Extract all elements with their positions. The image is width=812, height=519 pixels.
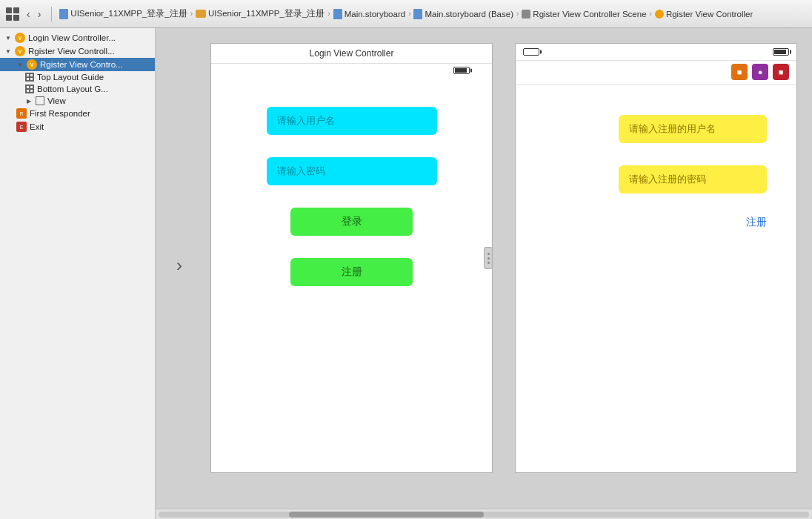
breadcrumb-sep-2: › (408, 10, 410, 18)
battery-icon-placeholder (523, 48, 539, 56)
breadcrumb: UISenior_11XMPP_登录_注册 › UISenior_11XMPP_… (59, 8, 806, 19)
scrollbar-track[interactable] (159, 512, 809, 518)
register-link[interactable]: 注册 (746, 216, 767, 229)
responder-icon: R (16, 108, 27, 119)
toolbar: ‹ › UISenior_11XMPP_登录_注册 › UISenior_11X… (0, 0, 812, 28)
scene-icon (522, 10, 530, 19)
sidebar-label-login-vc: Login View Controller... (28, 33, 116, 42)
login-button[interactable]: 登录 (290, 208, 413, 236)
password-field[interactable]: 请输入密码 (267, 157, 437, 185)
vc-icon (655, 10, 664, 19)
vc-icon-rgister-inner: V (27, 59, 37, 70)
breadcrumb-item-0[interactable]: UISenior_11XMPP_登录_注册 (59, 8, 187, 19)
grid-icon[interactable] (6, 7, 19, 21)
doc-icon-3 (413, 9, 422, 19)
dock-handle (484, 247, 493, 269)
vc-icon-login: V (15, 33, 25, 43)
scene2-icons-bar: ■ ● ■ (516, 61, 796, 85)
breadcrumb-item-4[interactable]: Rgister View Controller Scene (522, 10, 646, 19)
breadcrumb-sep-1: › (327, 10, 330, 18)
exit-icon: E (16, 122, 27, 132)
purple-tool-btn[interactable]: ● (752, 64, 768, 80)
breadcrumb-label-3: Main.storyboard (Base) (425, 10, 513, 19)
sidebar-item-login-vc[interactable]: ▼ V Login View Controller... (0, 31, 155, 44)
scrollbar-thumb[interactable] (289, 512, 484, 518)
scene-rgister-vc: ■ ● ■ 请输入注册的用户名 请输入注册的密码 注册 (515, 43, 797, 473)
dock-dot-2 (487, 257, 490, 260)
folder-icon (196, 10, 206, 18)
toggle-view[interactable]: ▶ (25, 97, 33, 105)
breadcrumb-label-4: Rgister View Controller Scene (533, 10, 646, 19)
doc-icon-2 (333, 9, 342, 19)
toggle-rgister[interactable]: ▼ (4, 47, 12, 55)
breadcrumb-item-3[interactable]: Main.storyboard (Base) (413, 9, 513, 19)
breadcrumb-sep-0: › (190, 10, 193, 18)
scene2-toolbar (516, 44, 796, 61)
breadcrumb-sep-4: › (650, 10, 652, 18)
sidebar-label-first-responder: First Responder (30, 109, 90, 118)
orange-tool-btn[interactable]: ■ (731, 64, 748, 80)
sidebar-item-exit[interactable]: E Exit (0, 120, 155, 133)
breadcrumb-label-0: UISenior_11XMPP_登录_注册 (70, 8, 187, 19)
main-layout: ▼ V Login View Controller... ▼ V Rgister… (0, 28, 812, 519)
breadcrumb-item-2[interactable]: Main.storyboard (333, 9, 405, 19)
nav-forward-button[interactable]: › (35, 7, 44, 22)
sidebar-item-rgister-vc[interactable]: ▼ V Rgister View Controll... (0, 44, 155, 58)
sidebar-item-bottom-layout[interactable]: Bottom Layout G... (0, 83, 155, 95)
view-icon (36, 96, 44, 105)
table-icon-top (25, 73, 34, 82)
entry-arrow: › (170, 80, 188, 451)
separator-1 (51, 7, 52, 22)
canvas-area: › Login View Controller 请输入用户名 请输入密码 登录 … (156, 28, 812, 509)
nav-back-button[interactable]: ‹ (24, 7, 33, 22)
scene1-title: Login View Controller (211, 44, 492, 64)
sidebar-section-1: ▼ V Login View Controller... ▼ V Rgister… (0, 28, 155, 136)
sidebar-label-exit: Exit (30, 122, 44, 131)
status-bar-1 (226, 64, 477, 77)
battery-icon-1 (453, 67, 470, 74)
breadcrumb-label-2: Main.storyboard (345, 10, 405, 19)
breadcrumb-label-1: UISenior_11XMPP_登录_注册 (208, 8, 325, 19)
breadcrumb-item-1[interactable]: UISenior_11XMPP_登录_注册 (196, 8, 325, 19)
scene1-content: 请输入用户名 请输入密码 登录 注册 (226, 77, 477, 286)
table-icon-bottom (25, 85, 34, 93)
breadcrumb-label-5: Rgister View Controller (666, 10, 753, 19)
sidebar-label-bottom-layout: Bottom Layout G... (37, 85, 108, 93)
scene2-content: 请输入注册的用户名 请输入注册的密码 注册 (516, 85, 796, 259)
dock-dot-3 (487, 262, 490, 264)
reg-username-field[interactable]: 请输入注册的用户名 (619, 115, 767, 143)
breadcrumb-sep-3: › (516, 10, 519, 18)
red-tool-btn[interactable]: ■ (773, 64, 789, 80)
breadcrumb-item-5[interactable]: Rgister View Controller (655, 10, 753, 19)
sidebar-item-first-responder[interactable]: R First Responder (0, 107, 155, 120)
reg-password-field[interactable]: 请输入注册的密码 (619, 165, 767, 194)
canvas-wrapper: › Login View Controller 请输入用户名 请输入密码 登录 … (156, 28, 812, 519)
toggle-login[interactable]: ▼ (4, 34, 12, 42)
sidebar: ▼ V Login View Controller... ▼ V Rgister… (0, 28, 156, 519)
battery-icon-2 (773, 48, 789, 56)
toggle-rgister-inner[interactable]: ▼ (16, 61, 24, 68)
sidebar-label-rgister-vc: Rgister View Controll... (28, 47, 115, 56)
nav-buttons: ‹ › (24, 7, 44, 22)
sidebar-label-top-layout: Top Layout Guide (37, 73, 104, 82)
register-button[interactable]: 注册 (290, 258, 413, 286)
sidebar-item-top-layout[interactable]: Top Layout Guide (0, 71, 155, 83)
dock-dot-1 (487, 253, 490, 255)
sidebar-item-rgister-vc-inner[interactable]: ▼ V Rgister View Contro... (0, 58, 155, 71)
sidebar-item-view[interactable]: ▶ View (0, 95, 155, 107)
doc-icon (59, 9, 68, 19)
username-field[interactable]: 请输入用户名 (267, 107, 437, 135)
sidebar-label-view: View (47, 96, 66, 105)
scene-login-vc: Login View Controller 请输入用户名 请输入密码 登录 注册 (210, 43, 493, 473)
sidebar-label-rgister-inner: Rgister View Contro... (40, 60, 123, 69)
bottom-scrollbar[interactable] (156, 509, 812, 519)
vc-icon-rgister: V (15, 46, 25, 56)
